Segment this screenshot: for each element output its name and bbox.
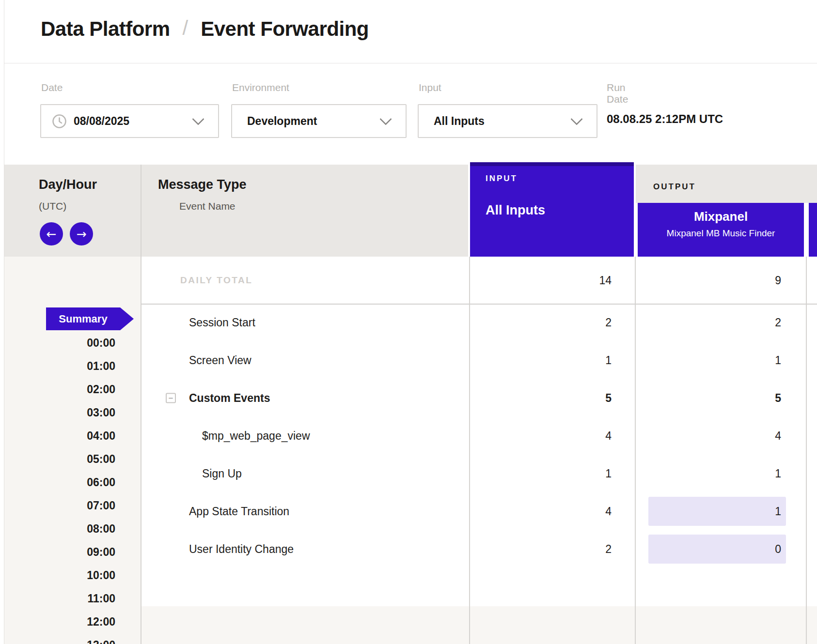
breadcrumb: Data Platform / Event Forwarding	[41, 17, 369, 41]
output-count: 5	[648, 383, 786, 413]
hour-label[interactable]: 03:00	[4, 406, 115, 419]
table-row[interactable]: User Identity Change 2 0	[141, 530, 817, 568]
hour-label[interactable]: 04:00	[4, 429, 115, 443]
daily-total-row: DAILY TOTAL 14 9	[141, 257, 817, 305]
row-label: Custom Events	[189, 392, 270, 405]
input-count: 5	[470, 392, 612, 405]
row-label: Sign Up	[202, 467, 242, 480]
output-column-header[interactable]: Mixpanel Mixpanel MB Music Finder	[636, 203, 809, 257]
hour-label[interactable]: 00:00	[4, 336, 115, 350]
row-label: Screen View	[189, 354, 251, 367]
table-row[interactable]: $mp_web_page_view 4 4	[141, 417, 817, 455]
filter-bar: Date 08/08/2025 Environment Development …	[4, 63, 817, 165]
row-label: User Identity Change	[189, 543, 294, 556]
hour-label[interactable]: 05:00	[4, 452, 115, 466]
output-count: 0	[648, 535, 786, 564]
row-label: App State Transition	[189, 505, 289, 518]
hour-label[interactable]: 06:00	[4, 475, 115, 489]
table-footer-area	[141, 606, 817, 644]
input-count: 4	[470, 429, 612, 443]
input-count: 1	[470, 467, 612, 480]
breadcrumb-separator: /	[183, 16, 189, 40]
output-count: 1	[648, 459, 786, 488]
breadcrumb-data-platform[interactable]: Data Platform	[41, 17, 170, 41]
date-value: 08/08/2025	[74, 115, 129, 128]
table-row[interactable]: Sign Up 1 1	[141, 455, 817, 492]
input-count: 2	[470, 543, 612, 556]
daily-total-input: 14	[470, 274, 612, 287]
hour-label[interactable]: 01:00	[4, 359, 115, 373]
table-row[interactable]: App State Transition 4 1	[141, 492, 817, 530]
hour-label[interactable]: 08:00	[4, 522, 115, 536]
chevron-down-icon	[570, 113, 582, 125]
hour-label[interactable]: 11:00	[4, 592, 115, 605]
run-date-value: 08.08.25 2:12PM UTC	[607, 112, 723, 126]
output-count: 4	[648, 421, 786, 450]
chevron-down-icon	[379, 113, 392, 125]
input-column-header[interactable]: INPUT All Inputs	[468, 162, 636, 257]
input-label: Input	[419, 82, 441, 93]
input-count: 1	[470, 354, 612, 367]
input-value: All Inputs	[434, 115, 485, 128]
output-column-name: Mixpanel	[638, 209, 804, 224]
environment-value: Development	[247, 115, 317, 128]
arrow-left-icon: ←	[47, 228, 57, 240]
input-group-label: INPUT	[486, 174, 634, 184]
page-header: Data Platform / Event Forwarding	[4, 0, 817, 63]
hour-label[interactable]: 09:00	[4, 545, 115, 559]
clock-icon	[52, 114, 67, 129]
output-count: 1	[648, 346, 786, 375]
page-title: Event Forwarding	[201, 17, 369, 41]
day-hour-header: Day/Hour	[39, 177, 97, 192]
chevron-down-icon	[192, 113, 204, 125]
row-label: Session Start	[189, 316, 255, 329]
hour-label[interactable]: 02:00	[4, 383, 115, 396]
arrow-right-icon: →	[77, 228, 87, 240]
daily-total-output: 9	[636, 274, 781, 287]
hour-label[interactable]: 10:00	[4, 568, 115, 582]
summary-label: Summary	[46, 307, 120, 330]
environment-label: Environment	[232, 82, 289, 93]
output-count: 2	[648, 308, 786, 337]
input-select[interactable]: All Inputs	[418, 104, 597, 138]
next-day-button[interactable]: →	[70, 222, 93, 245]
event-name-subheader: Event Name	[179, 200, 236, 212]
hour-label[interactable]: 07:00	[4, 499, 115, 512]
input-count: 2	[470, 316, 612, 329]
date-label: Date	[41, 82, 63, 93]
input-column-name: All Inputs	[486, 203, 634, 218]
daily-total-label: DAILY TOTAL	[180, 275, 252, 286]
next-output-column-edge	[809, 203, 817, 257]
table-row[interactable]: Screen View 1 1	[141, 341, 817, 379]
day-hour-timezone: (UTC)	[39, 200, 66, 212]
input-count: 4	[470, 505, 612, 518]
hour-label[interactable]: 13:00	[4, 638, 115, 644]
table-row[interactable]: − Custom Events 5 5	[141, 379, 817, 417]
table-row[interactable]: Session Start 2 2	[141, 304, 817, 341]
output-group-label: OUTPUT	[653, 182, 696, 192]
output-count: 1	[648, 497, 786, 526]
message-type-header: Message Type	[158, 177, 247, 192]
collapse-icon[interactable]: −	[166, 393, 176, 403]
row-label: $mp_web_page_view	[202, 429, 310, 443]
forwarding-table: Day/Hour (UTC) ← → Message Type Event Na…	[0, 165, 817, 644]
page-left-border	[4, 0, 4, 644]
run-date-label: Run Date	[607, 82, 628, 105]
date-select[interactable]: 08/08/2025	[40, 104, 219, 138]
output-column-subtitle: Mixpanel MB Music Finder	[638, 228, 804, 239]
environment-select[interactable]: Development	[231, 104, 407, 138]
previous-day-button[interactable]: ←	[40, 222, 63, 245]
hour-label[interactable]: 12:00	[4, 615, 115, 629]
summary-badge[interactable]: Summary	[46, 307, 134, 330]
